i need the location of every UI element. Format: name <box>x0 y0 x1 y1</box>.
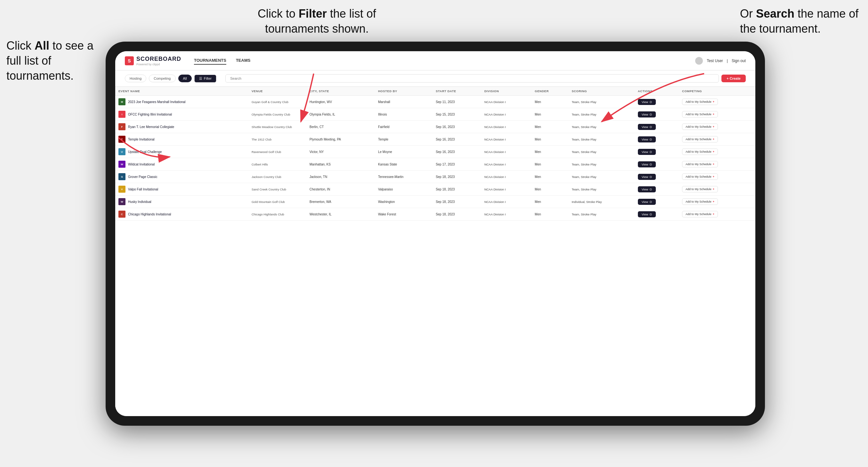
col-hosted-by: HOSTED BY <box>375 87 432 96</box>
add-to-schedule-button[interactable]: Add to My Schedule + <box>682 161 718 167</box>
tab-all[interactable]: All <box>178 74 192 82</box>
table-row: G Grover Page Classic Jackson Country Cl… <box>115 170 755 183</box>
cell-event-name: V Valpo Fall Invitational <box>115 183 248 195</box>
cell-city-state: Plymouth Meeting, PA <box>306 133 375 146</box>
cell-actions: View ⊙ <box>635 183 679 195</box>
cell-competing: Add to My Schedule + <box>679 158 755 170</box>
plus-icon: + <box>713 188 714 191</box>
cell-venue: Guyan Golf & Country Club <box>248 96 306 108</box>
table-row: W Husky Individual Gold Mountain Golf Cl… <box>115 195 755 208</box>
cell-venue: Chicago Highlands Club <box>248 208 306 221</box>
view-button[interactable]: View ⊙ <box>638 186 656 192</box>
event-name-text: Ryan T. Lee Memorial Collegiate <box>128 125 174 129</box>
cell-scoring: Team, Stroke Play <box>568 208 635 221</box>
cell-competing: Add to My Schedule + <box>679 133 755 146</box>
cell-actions: View ⊙ <box>635 121 679 133</box>
view-icon: ⊙ <box>649 213 652 216</box>
view-icon: ⊙ <box>649 188 652 191</box>
cell-gender: Men <box>532 183 568 195</box>
cell-division: NCAA Division I <box>481 96 532 108</box>
col-venue: VENUE <box>248 87 306 96</box>
cell-city-state: Berlin, CT <box>306 121 375 133</box>
cell-start-date: Sep 18, 2023 <box>432 183 481 195</box>
col-competing: COMPETING <box>679 87 755 96</box>
view-icon: ⊙ <box>649 137 652 141</box>
cell-city-state: Bremerton, WA <box>306 195 375 208</box>
view-button[interactable]: View ⊙ <box>638 161 656 167</box>
cell-scoring: Team, Stroke Play <box>568 183 635 195</box>
add-to-schedule-button[interactable]: Add to My Schedule + <box>682 198 718 205</box>
add-to-schedule-button[interactable]: Add to My Schedule + <box>682 99 718 105</box>
search-input[interactable] <box>225 74 719 83</box>
nav-links: TOURNAMENTS TEAMS <box>194 57 695 65</box>
plus-icon: + <box>713 150 714 153</box>
team-logo: T <box>118 136 125 143</box>
tab-hosting[interactable]: Hosting <box>125 74 146 82</box>
col-division: DIVISION <box>481 87 532 96</box>
team-logo: V <box>118 186 125 193</box>
cell-event-name: W Husky Individual <box>115 195 248 208</box>
view-button[interactable]: View ⊙ <box>638 136 656 143</box>
view-icon: ⊙ <box>649 125 652 129</box>
add-to-schedule-button[interactable]: Add to My Schedule + <box>682 149 718 155</box>
cell-city-state: Olympia Fields, IL <box>306 108 375 121</box>
table-row: F Ryan T. Lee Memorial Collegiate Shuttl… <box>115 121 755 133</box>
cell-venue: Ravenwood Golf Club <box>248 146 306 158</box>
nav-tournaments[interactable]: TOURNAMENTS <box>194 57 226 65</box>
view-button[interactable]: View ⊙ <box>638 174 656 180</box>
create-button[interactable]: + Create <box>721 74 746 82</box>
add-to-schedule-button[interactable]: Add to My Schedule + <box>682 124 718 130</box>
view-button[interactable]: View ⊙ <box>638 211 656 217</box>
cell-start-date: Sep 18, 2023 <box>432 208 481 221</box>
table-row: W Wildcat Invitational Colbert Hills Man… <box>115 158 755 170</box>
event-name-text: Chicago Highlands Invitational <box>128 213 171 216</box>
nav-teams[interactable]: TEAMS <box>236 57 251 65</box>
cell-actions: View ⊙ <box>635 208 679 221</box>
cell-hosted-by: Marshall <box>375 96 432 108</box>
cell-start-date: Sep 18, 2023 <box>432 170 481 183</box>
cell-scoring: Team, Stroke Play <box>568 158 635 170</box>
view-button[interactable]: View ⊙ <box>638 112 656 118</box>
add-to-schedule-button[interactable]: Add to My Schedule + <box>682 174 718 180</box>
add-to-schedule-button[interactable]: Add to My Schedule + <box>682 186 718 192</box>
cell-competing: Add to My Schedule + <box>679 195 755 208</box>
add-to-schedule-button[interactable]: Add to My Schedule + <box>682 136 718 143</box>
cell-venue: Colbert Hills <box>248 158 306 170</box>
sign-out-link[interactable]: Sign out <box>732 59 746 63</box>
cell-venue: Shuttle Meadow Country Club <box>248 121 306 133</box>
view-button[interactable]: View ⊙ <box>638 99 656 105</box>
cell-gender: Men <box>532 146 568 158</box>
add-to-schedule-button[interactable]: Add to My Schedule + <box>682 211 718 217</box>
view-button[interactable]: View ⊙ <box>638 149 656 155</box>
cell-scoring: Team, Stroke Play <box>568 108 635 121</box>
cell-start-date: Sep 16, 2023 <box>432 121 481 133</box>
team-logo: C <box>118 211 125 218</box>
cell-hosted-by: Valparaiso <box>375 183 432 195</box>
logo-area: S SCOREBOARD Powered by clippd <box>125 56 181 66</box>
col-gender: GENDER <box>532 87 568 96</box>
cell-hosted-by: Illinois <box>375 108 432 121</box>
cell-gender: Men <box>532 133 568 146</box>
team-logo: G <box>118 173 125 180</box>
cell-gender: Men <box>532 170 568 183</box>
filter-label: Filter <box>204 76 212 80</box>
cell-gender: Men <box>532 121 568 133</box>
cell-hosted-by: Washington <box>375 195 432 208</box>
view-button[interactable]: View ⊙ <box>638 199 656 205</box>
filter-button[interactable]: ☰ Filter <box>194 74 216 83</box>
team-logo: M <box>118 98 125 105</box>
view-button[interactable]: View ⊙ <box>638 124 656 130</box>
cell-event-name: I OFCC Fighting Illini Invitational <box>115 108 248 121</box>
cell-actions: View ⊙ <box>635 146 679 158</box>
view-icon: ⊙ <box>649 150 652 154</box>
cell-competing: Add to My Schedule + <box>679 108 755 121</box>
cell-start-date: Sep 18, 2023 <box>432 195 481 208</box>
tab-competing[interactable]: Competing <box>149 74 176 82</box>
cell-venue: The 1912 Club <box>248 133 306 146</box>
table-row: T Temple Invitational The 1912 Club Plym… <box>115 133 755 146</box>
add-to-schedule-button[interactable]: Add to My Schedule + <box>682 111 718 118</box>
view-icon: ⊙ <box>649 175 652 179</box>
cell-hosted-by: Tennessee-Martin <box>375 170 432 183</box>
table-row: C Chicago Highlands Invitational Chicago… <box>115 208 755 221</box>
cell-event-name: C Chicago Highlands Invitational <box>115 208 248 221</box>
